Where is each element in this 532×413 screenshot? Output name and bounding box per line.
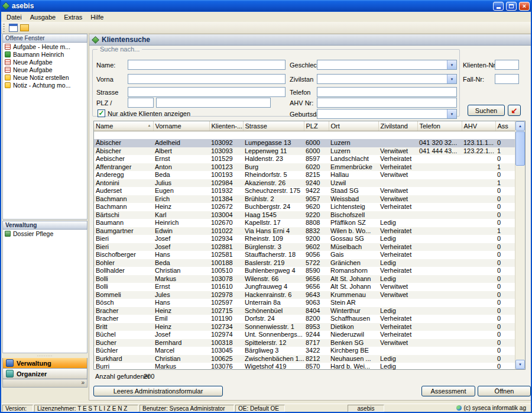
chevron-down-icon[interactable]: ▼ [447,60,456,69]
vertical-scrollbar[interactable]: ▲ ▼ [515,121,525,369]
menu-extras[interactable]: Extras [60,13,86,21]
panel-caption-offene-fenster[interactable]: Offene Fenster [2,34,87,43]
close-button[interactable]: × [519,2,530,11]
toolbar-grip[interactable] [3,24,5,32]
table-row[interactable]: BracherEmil101190Dorfstr. 248200Schaffha… [94,315,515,323]
scrollbar-thumb[interactable] [515,131,525,166]
table-row[interactable]: ÄbischerAdelheid103092Lumpegasse 136000L… [94,139,515,147]
vorname-input[interactable] [128,74,286,84]
plz-input[interactable] [128,98,154,108]
table-row[interactable]: BommeliJules102978Hackenrainstr. 69643Kr… [94,291,515,299]
table-row[interactable]: AffentrangerAnton100123Burg6020Emmenbrüc… [94,163,515,172]
cell-telefon: 041 320 32... [417,139,462,147]
table-row[interactable]: BischofbergerHans102581Stauffacherstr. 1… [94,251,515,259]
table-row[interactable]: BieriJosef102934Rheinstr. 1099200Gossau … [94,235,515,243]
sidebar-overflow-bar[interactable]: » [2,379,87,388]
assessment-button[interactable]: Assessment [421,386,475,396]
column-header-ass[interactable]: Ass [495,121,515,131]
table-row[interactable]: BurriMarkus103076Wigetshof 4198570Hard b… [94,363,515,371]
chevron-down-icon[interactable]: ▼ [447,75,456,83]
geburtsdatum-select[interactable]: ▼ [317,109,457,119]
cell-klienten_nr: 101610 [209,283,243,291]
sidebar-item[interactable]: Dossier Pflege [3,230,87,237]
cell-name: Burkhard [94,355,153,363]
cell-telefon [417,171,462,179]
table-row[interactable]: BaumannHeinrich102670Kapellstr. 178808Pf… [94,219,515,227]
column-header-strasse[interactable]: Strasse [243,121,304,131]
sidebar-item[interactable]: Aufgabe - Heute m... [3,43,87,50]
clear-search-button[interactable]: ↙ [508,105,521,116]
table-row[interactable]: BurkhardChristian100625Zwischenbächen 1.… [94,355,515,363]
menu-hilfe[interactable]: Hilfe [86,13,108,21]
cell-ass: 0 [495,307,515,315]
table-row[interactable]: ÄbischerAlbert103093Leppenweg 116000Luze… [94,147,515,156]
plz-ort-input[interactable] [156,98,271,108]
sidebar-splitter[interactable]: ......... [2,353,87,358]
sidebar-item[interactable]: Neue Aufgabe [3,58,87,66]
table-row[interactable]: BüchelJosef102974Unt. Sonnenbergs...9244… [94,331,515,339]
column-header-name[interactable]: Name▲ [94,121,153,131]
table-row[interactable]: BachmannHeinz102672Buchbergstr. 249620Li… [94,203,515,211]
column-header-plz[interactable]: PLZ [304,121,329,131]
telefon-input[interactable] [317,87,457,97]
column-header-klienten_nr[interactable]: Klienten-... [209,121,243,131]
menu-ausgabe[interactable]: Ausgabe [26,13,60,21]
table-row[interactable]: BollhalderChristian100510Buhlenbergweg 4… [94,267,515,275]
ahv-input[interactable] [317,98,457,108]
sidebar-item[interactable]: Baumann Heinrich [3,50,87,58]
table-row[interactable]: BucherBernhard100318Spittelerstr. 128717… [94,339,515,347]
table-row[interactable]: AudersetEugen101932Scheuchzerstr. 175942… [94,187,515,195]
cell-vorname: Albert [153,147,209,156]
maximize-button[interactable] [506,2,517,11]
menu-datei[interactable]: Datei [2,13,26,21]
name-input[interactable] [128,60,286,70]
klienten-nr-input[interactable] [495,60,519,70]
sidebar-item[interactable]: Notiz - Achtung mo... [3,81,87,89]
table-row[interactable]: BieriJosef102881Bürglenstr. 39602Müselba… [94,243,515,251]
column-header-vorname[interactable]: Vorname [153,121,209,131]
column-header-ort[interactable]: Ort [329,121,378,131]
table-row[interactable]: BöschHans102597Unterrain 8a9063Stein AR0 [94,299,515,307]
table-row[interactable]: BaumgartnerEdwin101022Via Hans Erni 4883… [94,227,515,235]
oeffnen-button[interactable]: Öffnen [478,386,531,396]
cell-telefon [417,299,462,307]
sidebar-item[interactable]: Neue Aufgabe [3,66,87,73]
strasse-input[interactable] [128,87,286,97]
table-row[interactable]: BracherHeinz102715Schönenbüel8404Wintert… [94,307,515,315]
titlebar[interactable]: asebis × [0,0,532,12]
chevron-down-icon[interactable]: ▼ [447,109,456,118]
column-header-zivilstand[interactable]: Zivilstand [378,121,417,131]
open-folder-icon[interactable] [20,24,29,31]
cell-vorname: Emil [153,315,209,323]
minimize-button[interactable] [493,2,504,11]
aktive-klienten-checkbox[interactable]: ✓ [98,109,105,117]
sidebar-item[interactable]: Neue Notiz erstellen [3,73,87,81]
leeres-administrationsformular-button[interactable]: Leeres Administrationsformular [93,386,223,396]
nav-verwaltung[interactable]: Verwaltung [2,358,87,369]
table-row[interactable]: AndereggBeda100193Rheindorfstr. 58215Hal… [94,171,515,179]
new-form-icon[interactable] [9,24,18,32]
cell-name: Bohler [94,259,153,267]
column-header-ahv[interactable]: AHV [462,121,495,131]
cell-ahv: 123.22.1... [462,147,495,156]
table-row[interactable]: BrittHeinz102734Sonnenwiesstr. 18953Diet… [94,323,515,331]
scroll-up-icon[interactable]: ▲ [515,121,525,131]
sidebar: Offene Fenster Aufgabe - Heute m...Bauma… [2,34,87,388]
suchen-button[interactable]: Suchen [468,105,505,116]
table-row[interactable]: BolliMarkus103078Wilenstr. 669656Alt St.… [94,275,515,283]
column-header-telefon[interactable]: Telefon [417,121,462,131]
nav-organizer[interactable]: Organizer [2,369,87,379]
geschlecht-select[interactable]: ▼ [317,60,457,70]
table-row[interactable]: BohlerBeda100188Baslerstr. 2195722Gränic… [94,259,515,267]
table-row[interactable]: BüchlerMarcel103045Bärgliweg 33422Kirchb… [94,347,515,355]
cell-plz: 8212 [304,355,329,363]
table-row[interactable]: BärtschiKarl103004Haag 15459220Bischofsz… [94,211,515,220]
table-row[interactable]: AebischerErnst101529Haldenstr. 238597Lan… [94,155,515,163]
table-row[interactable]: AntoniniJulius102984Akazienstr. 269240Uz… [94,179,515,188]
table-row[interactable]: BachmannErich101384Brühlstr. 29057Weissb… [94,195,515,204]
zivilstand-select[interactable]: ▼ [317,74,457,84]
scroll-down-icon[interactable]: ▼ [515,360,525,369]
panel-caption-verwaltung[interactable]: Verwaltung [2,221,87,230]
fall-nr-input[interactable] [495,74,519,84]
table-row[interactable]: BolliErnst101610Jungfrauweg 49656Alt St.… [94,283,515,291]
